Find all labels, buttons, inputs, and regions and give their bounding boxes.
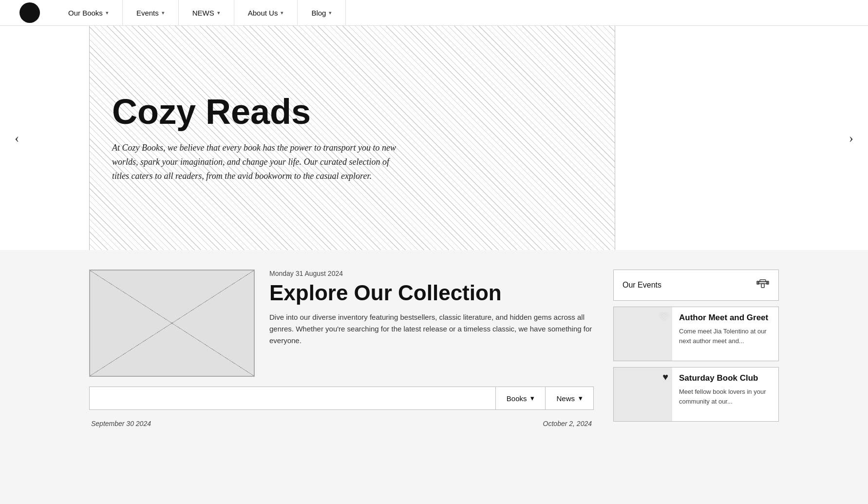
event-card: ♡ Author Meet and Greet Come meet Jia To… <box>613 307 779 361</box>
event-card-title: Saturday Book Club <box>679 373 773 383</box>
event-heart-button[interactable]: ♡ <box>660 311 668 323</box>
date-left: September 30 2024 <box>91 420 151 427</box>
books-filter-label: Books <box>507 394 527 403</box>
chevron-down-icon: ▾ <box>530 394 534 403</box>
event-card-body: Author Meet and Greet Come meet Jia Tole… <box>679 307 778 361</box>
nav-label-about-us: About Us <box>248 9 278 17</box>
chevron-down-icon: ▾ <box>579 394 583 403</box>
article-text: Monday 31 August 2024 Explore Our Collec… <box>269 270 594 347</box>
events-sidebar: Our Events ♡ Author Meet and Greet Come … <box>613 270 779 422</box>
chevron-down-icon: ▾ <box>329 10 332 16</box>
hero-prev-arrow[interactable]: ‹ <box>15 130 19 146</box>
nav-item-news[interactable]: NEWS ▾ <box>179 0 234 26</box>
svg-rect-2 <box>761 284 764 288</box>
article-body: Dive into our diverse inventory featurin… <box>269 311 594 347</box>
article-title: Explore Our Collection <box>269 281 594 305</box>
events-header: Our Events <box>613 270 779 301</box>
event-heart-button[interactable]: ♥ <box>662 371 668 383</box>
hero-title: Cozy Reads <box>112 93 404 131</box>
nav-label-news: NEWS <box>192 9 214 17</box>
chevron-down-icon: ▾ <box>281 10 283 16</box>
main-content: Monday 31 August 2024 Explore Our Collec… <box>0 250 868 447</box>
books-filter-button[interactable]: Books ▾ <box>495 387 546 409</box>
date-row: September 30 2024 October 2, 2024 <box>89 420 594 427</box>
article-image <box>89 270 255 377</box>
nav-label-blog: Blog <box>311 9 326 17</box>
event-card: ♥ Saturday Book Club Meet fellow book lo… <box>613 367 779 422</box>
search-input[interactable] <box>90 387 495 409</box>
nav-item-events[interactable]: Events ▾ <box>123 0 179 26</box>
hero-description: At Cozy Books, we believe that every boo… <box>112 141 404 183</box>
chevron-down-icon: ▾ <box>217 10 220 16</box>
nav-label-our-books: Our Books <box>68 9 103 17</box>
filter-row: Books ▾ News ▾ <box>89 387 594 410</box>
chevron-down-icon: ▾ <box>162 10 165 16</box>
event-card-body: Saturday Book Club Meet fellow book love… <box>679 368 778 421</box>
svg-rect-1 <box>760 280 766 282</box>
site-logo[interactable] <box>19 2 40 23</box>
hero-content: Cozy Reads At Cozy Books, we believe tha… <box>112 93 404 183</box>
article-block: Monday 31 August 2024 Explore Our Collec… <box>89 270 594 377</box>
hero-banner: ‹ Cozy Reads At Cozy Books, we believe t… <box>0 26 868 250</box>
events-header-label: Our Events <box>623 281 661 290</box>
event-card-title: Author Meet and Greet <box>679 313 773 323</box>
event-card-description: Meet fellow book lovers in your communit… <box>679 387 773 406</box>
event-card-description: Come meet Jia Tolentino at our next auth… <box>679 327 773 346</box>
news-filter-button[interactable]: News ▾ <box>545 387 593 409</box>
navbar: Our Books ▾ Events ▾ NEWS ▾ About Us ▾ B… <box>0 0 868 26</box>
nav-item-about-us[interactable]: About Us ▾ <box>234 0 298 26</box>
chevron-down-icon: ▾ <box>106 10 109 16</box>
events-icon <box>756 277 770 293</box>
event-card-image: ♥ <box>614 368 672 421</box>
left-section: Monday 31 August 2024 Explore Our Collec… <box>89 270 594 427</box>
date-right: October 2, 2024 <box>543 420 592 427</box>
nav-label-events: Events <box>136 9 159 17</box>
nav-item-our-books[interactable]: Our Books ▾ <box>55 0 123 26</box>
article-date: Monday 31 August 2024 <box>269 270 594 277</box>
hero-next-arrow[interactable]: › <box>849 130 853 146</box>
nav-item-blog[interactable]: Blog ▾ <box>298 0 346 26</box>
event-card-image: ♡ <box>614 307 672 361</box>
news-filter-label: News <box>556 394 575 403</box>
